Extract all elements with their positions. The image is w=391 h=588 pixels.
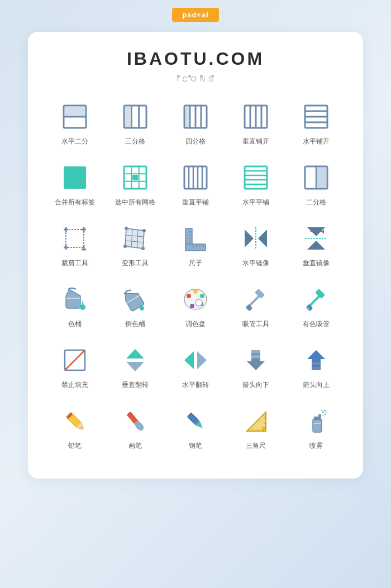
label-arrow-up: 箭头向上 bbox=[303, 380, 330, 390]
icon-cell-transform: 变形工具 bbox=[105, 217, 165, 274]
icon-bucket-flip bbox=[120, 284, 151, 315]
icon-cell-horizontal-tile2: 水平平铺 bbox=[226, 156, 286, 213]
icon-two-grid bbox=[301, 162, 332, 193]
svg-point-94 bbox=[307, 307, 310, 310]
icon-cell-flip-h: 水平翻转 bbox=[165, 339, 226, 395]
label-horizontal-tile: 水平铺开 bbox=[303, 137, 330, 146]
svg-rect-26 bbox=[132, 175, 138, 180]
svg-point-83 bbox=[193, 289, 198, 294]
icon-three-grid bbox=[120, 101, 151, 132]
label-select-grid: 选中所有网格 bbox=[115, 198, 155, 207]
icon-cell-horizontal-split: 水平二分 bbox=[45, 95, 105, 152]
svg-marker-119 bbox=[247, 412, 266, 431]
svg-marker-100 bbox=[184, 351, 194, 369]
svg-rect-20 bbox=[64, 166, 86, 189]
icon-triangle-ruler bbox=[240, 405, 271, 437]
svg-point-136 bbox=[322, 415, 323, 416]
icon-select-grid bbox=[120, 162, 151, 193]
svg-rect-27 bbox=[184, 166, 207, 189]
icon-cell-bucket: 色桶 bbox=[45, 278, 105, 334]
icon-cell-brush: 画笔 bbox=[105, 400, 165, 456]
svg-point-61 bbox=[141, 247, 145, 250]
svg-rect-39 bbox=[317, 168, 326, 188]
icon-cell-no-fill: 禁止填充 bbox=[45, 339, 105, 395]
label-bucket: 色桶 bbox=[68, 319, 82, 329]
svg-rect-40 bbox=[66, 230, 84, 247]
icon-cell-arrow-up: 箭头向上 bbox=[286, 339, 346, 395]
icon-cell-select-grid: 选中所有网格 bbox=[105, 156, 165, 213]
icon-ruler bbox=[180, 223, 211, 254]
icon-cell-spray: 喷雾 bbox=[286, 400, 346, 456]
icon-horizontal-tile2 bbox=[240, 162, 271, 193]
svg-point-131 bbox=[325, 414, 326, 415]
icon-vertical-tile2 bbox=[180, 162, 211, 193]
icon-pen bbox=[180, 405, 211, 437]
icon-horizontal-tile bbox=[301, 101, 332, 132]
icon-palette bbox=[180, 284, 211, 315]
icon-cell-arrow-down: 箭头向下 bbox=[226, 339, 286, 395]
icon-cell-vertical-tile: 垂直铺开 bbox=[226, 95, 286, 152]
svg-point-79 bbox=[80, 304, 85, 310]
label-eyedropper: 吸管工具 bbox=[242, 319, 269, 329]
icon-cell-pencil: 铅笔 bbox=[45, 400, 105, 456]
svg-point-90 bbox=[247, 307, 250, 310]
svg-point-82 bbox=[187, 294, 191, 298]
svg-point-87 bbox=[196, 299, 202, 306]
icon-mirror-h bbox=[240, 223, 271, 254]
icon-cell-bucket-flip: 倒色桶 bbox=[105, 278, 165, 334]
label-pen: 钢笔 bbox=[189, 441, 202, 451]
svg-point-130 bbox=[322, 412, 324, 413]
svg-rect-129 bbox=[318, 414, 321, 418]
icon-arrow-down bbox=[240, 345, 271, 376]
label-horizontal-split: 水平二分 bbox=[61, 137, 88, 146]
label-horizontal-tile2: 水平平铺 bbox=[242, 198, 269, 207]
site-title: IBAOTU.COM bbox=[45, 49, 346, 69]
svg-rect-104 bbox=[251, 355, 260, 358]
icon-cell-horizontal-tile: 水平铺开 bbox=[286, 95, 346, 152]
icon-cell-merge: 合并所有标签 bbox=[45, 156, 105, 213]
icon-cell-two-grid: 二分格 bbox=[286, 156, 346, 213]
svg-rect-63 bbox=[185, 244, 206, 251]
svg-rect-127 bbox=[313, 419, 322, 432]
icon-cell-eyedropper: 吸管工具 bbox=[226, 278, 286, 334]
svg-marker-98 bbox=[126, 349, 144, 358]
icon-cell-pen: 钢笔 bbox=[165, 400, 226, 456]
svg-marker-49 bbox=[125, 228, 144, 248]
icon-eyedropper bbox=[240, 284, 271, 315]
svg-rect-91 bbox=[255, 289, 265, 299]
icon-cell-mirror-h: 水平镜像 bbox=[226, 217, 286, 274]
subtitle-text: ICONS bbox=[177, 75, 180, 78]
icon-cell-flip-v: 垂直翻转 bbox=[105, 339, 165, 395]
svg-marker-76 bbox=[307, 241, 325, 250]
svg-rect-2 bbox=[65, 107, 85, 116]
label-flip-v: 垂直翻转 bbox=[122, 380, 149, 390]
svg-point-132 bbox=[323, 410, 325, 412]
icon-cell-three-grid: 三分格 bbox=[105, 95, 165, 152]
icon-cell-ruler: 尺子 bbox=[165, 217, 226, 274]
label-merge: 合并所有标签 bbox=[55, 198, 95, 207]
label-two-grid: 二分格 bbox=[306, 198, 326, 207]
svg-rect-106 bbox=[312, 367, 321, 370]
svg-marker-99 bbox=[126, 362, 144, 371]
icon-brush bbox=[120, 405, 151, 437]
icon-grid: 水平二分 三分格 bbox=[45, 95, 346, 456]
svg-line-97 bbox=[65, 350, 85, 370]
card-subtitle: ICONS bbox=[45, 71, 346, 80]
icon-mirror-v bbox=[301, 223, 332, 254]
svg-rect-107 bbox=[312, 362, 321, 365]
label-vertical-tile2: 垂直平铺 bbox=[182, 198, 209, 207]
svg-marker-101 bbox=[197, 351, 207, 369]
label-palette: 调色盘 bbox=[185, 319, 206, 329]
label-eyedropper-color: 有色吸管 bbox=[303, 319, 330, 329]
svg-point-84 bbox=[200, 294, 204, 298]
label-no-fill: 禁止填充 bbox=[61, 380, 88, 390]
svg-point-59 bbox=[142, 229, 146, 232]
format-badge: psd+ai bbox=[172, 8, 219, 22]
svg-marker-72 bbox=[245, 230, 254, 247]
svg-rect-11 bbox=[185, 107, 189, 127]
label-three-grid: 三分格 bbox=[125, 137, 145, 146]
icon-cell-triangle-ruler: 三角尺 bbox=[226, 400, 286, 456]
label-four-grid: 四分格 bbox=[185, 137, 206, 146]
icon-horizontal-split bbox=[59, 101, 90, 132]
label-bucket-flip: 倒色桶 bbox=[125, 319, 145, 329]
